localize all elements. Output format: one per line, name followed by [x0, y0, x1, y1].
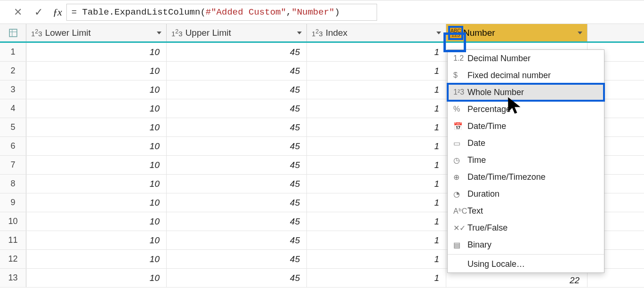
cell-index[interactable]: 1 — [307, 62, 446, 80]
cell-upper[interactable]: 45 — [167, 118, 307, 136]
cell-upper[interactable]: 45 — [167, 269, 307, 287]
menu-item-date-time[interactable]: 📅Date/Time — [448, 118, 604, 135]
cell-index[interactable]: 1 — [307, 231, 446, 249]
type-icon: ◷ — [453, 156, 467, 165]
cancel-button[interactable]: ✕ — [9, 4, 26, 21]
menu-item-whole-number[interactable]: 1²3Whole Number — [448, 84, 604, 101]
menu-item-date[interactable]: ▭Date — [448, 135, 604, 152]
menu-item-label: True/False — [467, 223, 598, 233]
cell-index[interactable]: 1 — [307, 175, 446, 193]
filter-dropdown-icon[interactable] — [432, 24, 446, 42]
row-number: 5 — [0, 118, 26, 136]
cell-index[interactable]: 1 — [307, 80, 446, 99]
row-number: 2 — [0, 62, 26, 80]
row-number: 13 — [0, 269, 26, 287]
menu-item-label: Date/Time — [467, 121, 598, 131]
fx-icon: ƒx — [53, 6, 62, 18]
cell-lower[interactable]: 10 — [26, 250, 167, 268]
cell-index[interactable]: 1 — [307, 250, 446, 268]
cell-index[interactable]: 1 — [307, 156, 446, 174]
cell-lower[interactable]: 10 — [26, 193, 167, 212]
cell-lower[interactable]: 10 — [26, 80, 167, 99]
cell-index[interactable]: 1 — [307, 269, 446, 287]
table-icon[interactable] — [0, 24, 26, 41]
cell-lower[interactable]: 10 — [26, 175, 167, 193]
column-header-lower-limit[interactable]: 123 Lower Limit — [26, 24, 167, 41]
menu-item-label: Whole Number — [467, 88, 598, 97]
header-row: 123 Lower Limit 123 Upper Limit 123 Inde… — [0, 24, 644, 43]
formula-text-prefix: = Table.ExpandListColumn( — [72, 7, 206, 17]
cell-index[interactable]: 1 — [307, 99, 446, 118]
formula-text-mid: , — [286, 7, 291, 17]
formula-arg2: "Number" — [291, 7, 334, 17]
type-icon: ◔ — [453, 190, 467, 199]
cell-index[interactable]: 1 — [307, 118, 446, 136]
menu-item-binary[interactable]: ▤Binary — [448, 236, 604, 253]
type-icon: ⊕ — [453, 173, 467, 182]
type-icon: 📅 — [453, 122, 467, 131]
filter-dropdown-icon[interactable] — [152, 24, 166, 42]
menu-item-true-false[interactable]: ✕✓True/False — [448, 219, 604, 236]
cell-lower[interactable]: 10 — [26, 231, 167, 249]
cell-lower[interactable]: 10 — [26, 156, 167, 174]
row-number: 4 — [0, 99, 26, 118]
filter-dropdown-icon[interactable] — [573, 24, 587, 42]
cell-lower[interactable]: 10 — [26, 212, 167, 231]
cell-lower[interactable]: 10 — [26, 269, 167, 287]
filter-dropdown-icon[interactable] — [292, 24, 306, 42]
cell-upper[interactable]: 45 — [167, 250, 307, 268]
formula-arg1: #"Added Custom" — [206, 7, 286, 17]
type-icon: ✕✓ — [453, 224, 467, 232]
column-header-index[interactable]: 123 Index — [307, 24, 446, 41]
cell-lower[interactable]: 10 — [26, 43, 167, 61]
menu-item-fixed-decimal-number[interactable]: $Fixed decimal number — [448, 67, 604, 84]
type-icon-whole-number: 123 — [307, 28, 326, 38]
cell-index[interactable]: 1 — [307, 193, 446, 212]
column-name: Lower Limit — [45, 28, 152, 38]
cell-index[interactable]: 1 — [307, 137, 446, 155]
column-header-number[interactable]: ABC123 Number — [446, 24, 588, 41]
mouse-cursor-icon — [506, 96, 525, 117]
cell-lower[interactable]: 10 — [26, 62, 167, 80]
formula-text-suffix: ) — [334, 7, 339, 17]
cell-upper[interactable]: 45 — [167, 43, 307, 61]
menu-item-using-locale-[interactable]: Using Locale… — [448, 256, 604, 272]
cell-lower[interactable]: 10 — [26, 137, 167, 155]
row-number: 9 — [0, 193, 26, 212]
cell-upper[interactable]: 45 — [167, 80, 307, 99]
menu-item-decimal-number[interactable]: 1.2Decimal Number — [448, 50, 604, 67]
formula-bar: ✕ ✓ ƒx = Table.ExpandListColumn( #"Added… — [0, 0, 644, 24]
menu-item-duration[interactable]: ◔Duration — [448, 185, 604, 202]
column-header-upper-limit[interactable]: 123 Upper Limit — [167, 24, 307, 41]
type-icon: $ — [453, 71, 467, 80]
cell-upper[interactable]: 45 — [167, 99, 307, 118]
menu-item-time[interactable]: ◷Time — [448, 152, 604, 168]
cell-upper[interactable]: 45 — [167, 175, 307, 193]
type-icon: 1.2 — [453, 54, 467, 63]
data-type-menu: 1.2Decimal Number$Fixed decimal number1²… — [447, 49, 604, 273]
type-icon-whole-number: 123 — [167, 28, 185, 38]
cell-upper[interactable]: 45 — [167, 62, 307, 80]
menu-item-percentage[interactable]: %Percentage — [448, 101, 604, 118]
menu-item-label: Using Locale… — [467, 259, 598, 269]
row-number: 1 — [0, 43, 26, 61]
menu-item-text[interactable]: AᵇCText — [448, 202, 604, 219]
menu-item-date-time-timezone[interactable]: ⊕Date/Time/Timezone — [448, 168, 604, 185]
menu-item-label: Fixed decimal number — [467, 71, 598, 80]
column-name: Number — [463, 28, 573, 38]
cell-upper[interactable]: 45 — [167, 193, 307, 212]
cell-upper[interactable]: 45 — [167, 212, 307, 231]
formula-input[interactable]: = Table.ExpandListColumn( #"Added Custom… — [66, 4, 377, 21]
cell-index[interactable]: 1 — [307, 212, 446, 231]
type-icon: 1²3 — [453, 88, 467, 96]
type-icon: ▭ — [453, 139, 467, 148]
type-icon-any[interactable]: ABC123 — [448, 26, 463, 40]
type-icon-whole-number: 123 — [26, 28, 45, 38]
cell-upper[interactable]: 45 — [167, 156, 307, 174]
cell-index[interactable]: 1 — [307, 43, 446, 61]
cell-lower[interactable]: 10 — [26, 118, 167, 136]
accept-button[interactable]: ✓ — [30, 4, 47, 21]
cell-lower[interactable]: 10 — [26, 99, 167, 118]
cell-upper[interactable]: 45 — [167, 231, 307, 249]
cell-upper[interactable]: 45 — [167, 137, 307, 155]
